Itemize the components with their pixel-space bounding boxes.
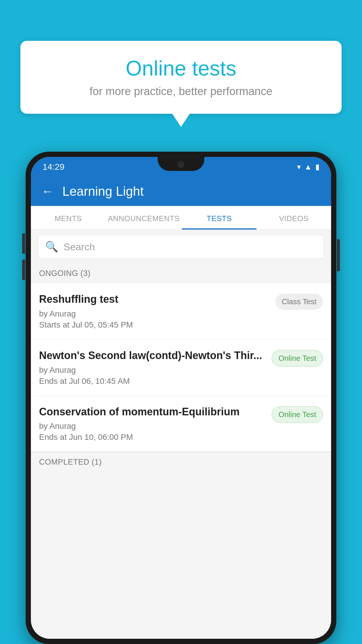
- front-camera: [178, 161, 184, 168]
- wifi-icon: ▾: [297, 162, 301, 172]
- phone-screen: 14:29 ▾ ▲ ▮ ← Learning Light MENTS ANNOU…: [31, 157, 331, 639]
- search-container: 🔍 Search: [31, 230, 331, 264]
- test-card-reshuffling[interactable]: Reshuffling test by Anurag Starts at Jul…: [31, 283, 331, 339]
- search-bar[interactable]: 🔍 Search: [38, 235, 324, 258]
- test-date-reshuffling: Starts at Jul 05, 05:45 PM: [39, 320, 270, 330]
- tab-tests[interactable]: TESTS: [182, 206, 256, 230]
- completed-section-header: COMPLETED (1): [31, 452, 331, 472]
- promo-section: Online tests for more practice, better p…: [20, 41, 342, 114]
- test-name-newton: Newton's Second law(contd)-Newton's Thir…: [39, 349, 266, 363]
- speech-bubble: Online tests for more practice, better p…: [20, 41, 342, 114]
- test-name-conservation: Conservation of momentum-Equilibrium: [39, 405, 266, 419]
- test-name-reshuffling: Reshuffling test: [39, 293, 270, 306]
- test-badge-reshuffling: Class Test: [275, 294, 323, 310]
- search-input[interactable]: Search: [64, 241, 95, 253]
- test-author-newton: by Anurag: [39, 365, 266, 375]
- app-title: Learning Light: [62, 184, 144, 199]
- search-icon: 🔍: [45, 241, 58, 253]
- test-date-conservation: Ends at Jun 10, 06:00 PM: [39, 433, 266, 442]
- phone-notch: [158, 157, 204, 171]
- signal-icon: ▲: [304, 162, 312, 172]
- test-info-newton: Newton's Second law(contd)-Newton's Thir…: [39, 349, 266, 386]
- test-author-reshuffling: by Anurag: [39, 309, 270, 318]
- content-area: ONGOING (3) Reshuffling test by Anurag S…: [31, 264, 331, 639]
- tab-ments[interactable]: MENTS: [31, 206, 106, 230]
- volume-up-button: [22, 233, 25, 254]
- test-info-reshuffling: Reshuffling test by Anurag Starts at Jul…: [39, 293, 270, 330]
- battery-icon: ▮: [315, 162, 319, 172]
- test-date-newton: Ends at Jul 06, 10:45 AM: [39, 377, 266, 386]
- back-button[interactable]: ←: [41, 184, 54, 198]
- test-author-conservation: by Anurag: [39, 421, 266, 431]
- test-badge-conservation: Online Test: [272, 406, 323, 423]
- status-time: 14:29: [43, 162, 64, 172]
- app-bar: ← Learning Light: [31, 177, 331, 206]
- test-card-conservation[interactable]: Conservation of momentum-Equilibrium by …: [31, 396, 331, 452]
- ongoing-section-header: ONGOING (3): [31, 264, 331, 283]
- phone-mockup: 14:29 ▾ ▲ ▮ ← Learning Light MENTS ANNOU…: [26, 152, 336, 644]
- tabs-bar: MENTS ANNOUNCEMENTS TESTS VIDEOS: [31, 206, 331, 230]
- tab-announcements[interactable]: ANNOUNCEMENTS: [106, 206, 182, 230]
- phone-outer-shell: 14:29 ▾ ▲ ▮ ← Learning Light MENTS ANNOU…: [26, 152, 336, 644]
- test-card-newton[interactable]: Newton's Second law(contd)-Newton's Thir…: [31, 340, 331, 395]
- test-info-conservation: Conservation of momentum-Equilibrium by …: [39, 405, 266, 442]
- status-icons: ▾ ▲ ▮: [297, 162, 319, 172]
- tab-videos[interactable]: VIDEOS: [256, 206, 331, 230]
- test-badge-newton: Online Test: [272, 350, 323, 367]
- power-button: [337, 239, 340, 271]
- volume-down-button: [22, 260, 25, 280]
- promo-title: Online tests: [38, 57, 324, 80]
- promo-subtitle: for more practice, better performance: [38, 85, 324, 98]
